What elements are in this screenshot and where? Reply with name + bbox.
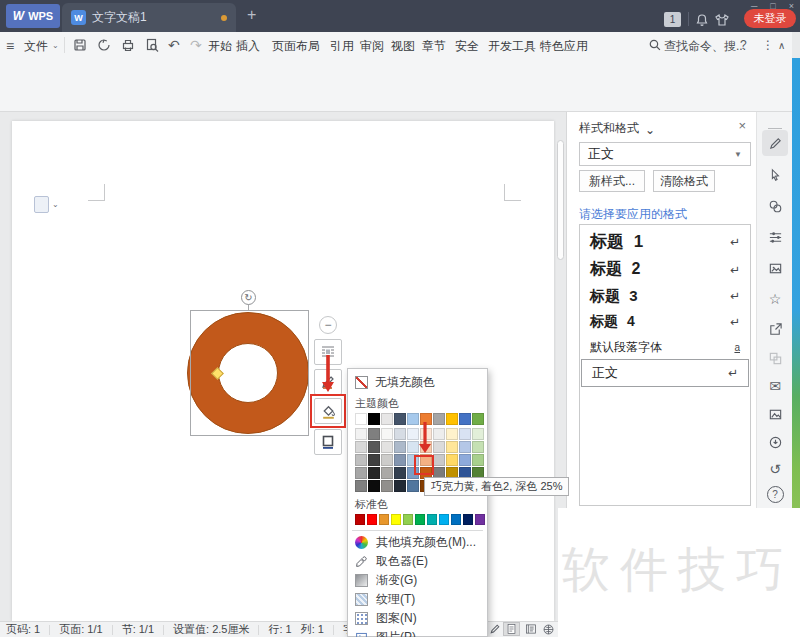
theme-variant-swatch[interactable] bbox=[381, 467, 393, 479]
theme-variant-swatch[interactable] bbox=[394, 441, 406, 453]
theme-color-swatch[interactable] bbox=[355, 413, 367, 425]
standard-color-swatch[interactable] bbox=[355, 514, 365, 525]
theme-color-swatch[interactable] bbox=[472, 413, 484, 425]
envelope-icon[interactable]: ✉ bbox=[762, 373, 788, 399]
clear-format-button[interactable]: 清除格式 bbox=[653, 170, 715, 192]
window-close-button[interactable]: × bbox=[789, 1, 794, 11]
menu-tab-5[interactable]: 视图 bbox=[391, 38, 415, 55]
standard-color-swatch[interactable] bbox=[415, 514, 425, 525]
document-tab[interactable]: W 文字文稿1 bbox=[62, 3, 236, 32]
menu-tab-6[interactable]: 章节 bbox=[422, 38, 446, 55]
menu-tab-8[interactable]: 开发工具 bbox=[488, 38, 536, 55]
print-preview-icon[interactable] bbox=[144, 37, 161, 54]
print-icon[interactable] bbox=[120, 37, 137, 54]
standard-color-swatch[interactable] bbox=[403, 514, 413, 525]
paste-options-icon[interactable] bbox=[34, 196, 49, 213]
hamburger-icon[interactable]: ≡ bbox=[6, 38, 14, 54]
v-scrollbar-thumb[interactable] bbox=[557, 140, 564, 260]
wps-menu-button[interactable]: W WPS bbox=[6, 4, 60, 28]
search-input[interactable]: 查找命令、搜... bbox=[664, 38, 746, 55]
sliders-icon[interactable] bbox=[762, 224, 788, 250]
outline-view-button[interactable] bbox=[522, 622, 539, 636]
shapes-icon[interactable] bbox=[762, 193, 788, 219]
skin-theme-icon[interactable] bbox=[714, 12, 730, 28]
redo-icon[interactable]: ↷ bbox=[190, 37, 202, 53]
help-icon[interactable]: ? bbox=[740, 38, 747, 52]
theme-color-swatch[interactable] bbox=[446, 413, 458, 425]
theme-variant-swatch[interactable] bbox=[368, 454, 380, 466]
menu-item-texture[interactable]: 纹理(T) bbox=[348, 590, 487, 609]
menu-tab-0[interactable]: 开始 bbox=[208, 38, 232, 55]
outline-color-button[interactable] bbox=[314, 429, 342, 455]
theme-variant-swatch[interactable] bbox=[446, 454, 458, 466]
message-count-badge[interactable]: 1 bbox=[664, 12, 681, 27]
theme-variant-swatch[interactable] bbox=[472, 441, 484, 453]
style-list-item-0[interactable]: 标题 1↵ bbox=[580, 227, 750, 256]
ghost-icon[interactable] bbox=[762, 345, 788, 371]
theme-variant-swatch[interactable] bbox=[368, 441, 380, 453]
theme-color-swatch[interactable] bbox=[394, 413, 406, 425]
theme-variant-swatch[interactable] bbox=[381, 480, 393, 492]
file-menu[interactable]: 文件 bbox=[24, 38, 48, 55]
rotate-handle[interactable]: ↻ bbox=[241, 290, 256, 305]
theme-variant-swatch[interactable] bbox=[459, 454, 471, 466]
menu-tab-1[interactable]: 插入 bbox=[236, 38, 260, 55]
pencil-icon[interactable] bbox=[762, 130, 788, 156]
caret-down-icon[interactable]: ⌄ bbox=[645, 123, 655, 137]
status-col[interactable]: 列: 1 bbox=[301, 622, 324, 637]
window-maximize-button[interactable]: □ bbox=[770, 1, 775, 11]
history-icon[interactable]: ↺ bbox=[762, 456, 788, 482]
standard-color-swatch[interactable] bbox=[427, 514, 437, 525]
status-setting[interactable]: 设置值: 2.5厘米 bbox=[173, 622, 249, 637]
panel-close-icon[interactable]: × bbox=[738, 118, 746, 133]
menu-item-eyedropper[interactable]: 取色器(E) bbox=[348, 552, 487, 571]
theme-variant-swatch[interactable] bbox=[472, 454, 484, 466]
standard-color-swatch[interactable] bbox=[475, 514, 485, 525]
theme-variant-swatch[interactable] bbox=[394, 428, 406, 440]
menu-tab-7[interactable]: 安全 bbox=[455, 38, 479, 55]
menu-tab-3[interactable]: 引用 bbox=[330, 38, 354, 55]
window-minimize-button[interactable]: ─ bbox=[751, 1, 757, 11]
style-list-item-1[interactable]: 标题 2↵ bbox=[580, 256, 750, 283]
menu-tab-4[interactable]: 审阅 bbox=[360, 38, 384, 55]
search-icon[interactable] bbox=[648, 38, 665, 55]
theme-variant-swatch[interactable] bbox=[394, 480, 406, 492]
theme-variant-swatch[interactable] bbox=[368, 467, 380, 479]
notification-icon[interactable] bbox=[694, 12, 710, 28]
menu-tab-9[interactable]: 特色应用 bbox=[540, 38, 588, 55]
style-list-item-5[interactable]: 正文↵ bbox=[581, 359, 749, 387]
style-list-item-4[interactable]: 默认段落字体a bbox=[580, 335, 750, 359]
menu-item-gradient[interactable]: 渐变(G) bbox=[348, 571, 487, 590]
theme-variant-swatch[interactable] bbox=[355, 480, 367, 492]
menu-item-more-fill-colors[interactable]: 其他填充颜色(M)... bbox=[348, 533, 487, 552]
status-row[interactable]: 行: 1 bbox=[268, 622, 291, 637]
standard-color-swatch[interactable] bbox=[379, 514, 389, 525]
theme-color-swatch[interactable] bbox=[381, 413, 393, 425]
theme-variant-swatch[interactable] bbox=[381, 454, 393, 466]
more-menu-icon[interactable]: ⋮ bbox=[762, 38, 774, 52]
new-tab-button[interactable]: + bbox=[247, 6, 256, 24]
cursor-icon[interactable] bbox=[762, 162, 788, 188]
theme-variant-swatch[interactable] bbox=[407, 480, 419, 492]
menu-item-picture[interactable]: 图片(P) bbox=[348, 628, 487, 637]
theme-variant-swatch[interactable] bbox=[446, 441, 458, 453]
theme-variant-swatch[interactable] bbox=[355, 441, 367, 453]
page-view-button[interactable] bbox=[503, 622, 520, 636]
theme-variant-swatch[interactable] bbox=[446, 428, 458, 440]
standard-color-swatch[interactable] bbox=[451, 514, 461, 525]
output-icon[interactable] bbox=[96, 37, 113, 54]
style-list-item-2[interactable]: 标题 3↵ bbox=[580, 283, 750, 309]
theme-variant-swatch[interactable] bbox=[368, 428, 380, 440]
status-page-no[interactable]: 页码: 1 bbox=[6, 622, 40, 637]
theme-variant-swatch[interactable] bbox=[394, 467, 406, 479]
style-select[interactable]: 正文 ▼ bbox=[579, 142, 751, 166]
theme-variant-swatch[interactable] bbox=[459, 428, 471, 440]
gallery-icon[interactable] bbox=[762, 255, 788, 281]
menu-tab-2[interactable]: 页面布局 bbox=[272, 38, 320, 55]
standard-color-swatch[interactable] bbox=[439, 514, 449, 525]
theme-variant-swatch[interactable] bbox=[368, 480, 380, 492]
standard-color-swatch[interactable] bbox=[463, 514, 473, 525]
star-icon[interactable]: ☆ bbox=[762, 286, 788, 312]
theme-variant-swatch[interactable] bbox=[433, 454, 445, 466]
standard-color-swatch[interactable] bbox=[367, 514, 377, 525]
